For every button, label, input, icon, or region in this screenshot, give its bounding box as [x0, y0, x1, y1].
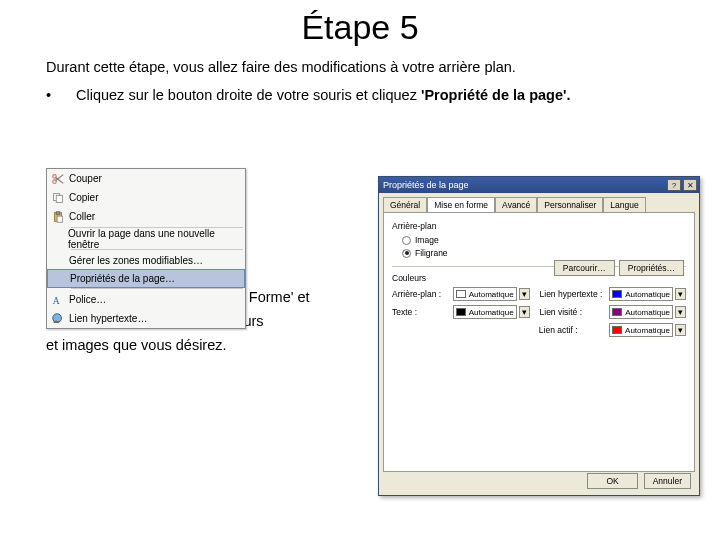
- ok-button[interactable]: OK: [587, 473, 637, 489]
- dialog-titlebar: Propriétés de la page ? ✕: [379, 177, 699, 193]
- hyper-color-picker[interactable]: Automatique: [609, 287, 673, 301]
- visited-color-label: Lien visité :: [540, 307, 610, 317]
- tab-format[interactable]: Mise en forme: [427, 197, 495, 212]
- ctx-manage[interactable]: Gérer les zones modifiables…: [47, 251, 245, 270]
- tab-general[interactable]: Général: [383, 197, 427, 212]
- context-menu: Couper Copier Coller Ouvrir la page dans…: [46, 168, 246, 329]
- page-properties-dialog: Propriétés de la page ? ✕ Général Mise e…: [378, 176, 700, 496]
- paste-icon: [47, 210, 69, 224]
- svg-text:A: A: [53, 294, 60, 305]
- hover-color-label: Lien actif :: [539, 325, 609, 335]
- tab-panel-format: Arrière-plan Image Filigrane Parcourir… …: [383, 212, 695, 472]
- ctx-open-label: Ouvrir la page dans une nouvelle fenêtre: [68, 228, 241, 250]
- tab-lang[interactable]: Langue: [603, 197, 645, 212]
- radio-image-row[interactable]: Image: [402, 235, 686, 245]
- bullet-dot: •: [46, 87, 76, 103]
- page-title: Étape 5: [0, 8, 720, 47]
- help-button[interactable]: ?: [667, 179, 681, 191]
- cancel-button[interactable]: Annuler: [644, 473, 691, 489]
- ctx-page-props[interactable]: Propriétés de la page…: [47, 269, 245, 288]
- ctx-paste[interactable]: Coller: [47, 207, 245, 226]
- globe-link-icon: [47, 312, 69, 326]
- radio-filigrane-row[interactable]: Filigrane: [402, 248, 686, 258]
- ctx-hyperlink[interactable]: Lien hypertexte…: [47, 309, 245, 328]
- radio-image-label: Image: [415, 235, 439, 245]
- bg-color-picker[interactable]: Automatique: [453, 287, 517, 301]
- background-group-label: Arrière-plan: [392, 221, 686, 231]
- chevron-down-icon[interactable]: ▾: [519, 288, 530, 300]
- bg-color-label: Arrière-plan :: [392, 289, 453, 299]
- bullet-1: • Cliquez sur le bouton droite de votre …: [46, 87, 674, 103]
- ctx-font[interactable]: A Police…: [47, 290, 245, 309]
- ctx-hyperlink-label: Lien hypertexte…: [69, 313, 147, 324]
- copy-icon: [47, 191, 69, 205]
- tab-custom[interactable]: Personnaliser: [537, 197, 603, 212]
- scissors-icon: [47, 172, 69, 186]
- font-icon: A: [47, 293, 69, 307]
- browse-button[interactable]: Parcourir…: [554, 260, 615, 276]
- chevron-down-icon[interactable]: ▾: [675, 288, 686, 300]
- chevron-down-icon[interactable]: ▾: [675, 324, 686, 336]
- ctx-copy[interactable]: Copier: [47, 188, 245, 207]
- tabs: Général Mise en forme Avancé Personnalis…: [379, 193, 699, 212]
- radio-filigrane-label: Filigrane: [415, 248, 448, 258]
- separator: [71, 288, 243, 289]
- dialog-title: Propriétés de la page: [383, 180, 469, 190]
- text-color-label: Texte :: [392, 307, 453, 317]
- radio-icon: [402, 249, 411, 258]
- visited-color-picker[interactable]: Automatique: [609, 305, 673, 319]
- properties-button[interactable]: Propriétés…: [619, 260, 684, 276]
- svg-rect-5: [56, 211, 60, 214]
- text-color-picker[interactable]: Automatique: [453, 305, 517, 319]
- intro-text: Durant cette étape, vous allez faire des…: [46, 59, 674, 75]
- ctx-paste-label: Coller: [69, 211, 95, 222]
- chevron-down-icon[interactable]: ▾: [519, 306, 530, 318]
- ctx-copy-label: Copier: [69, 192, 98, 203]
- ctx-manage-label: Gérer les zones modifiables…: [69, 255, 203, 266]
- bullet1-text: Cliquez sur le bouton droite de votre so…: [76, 87, 421, 103]
- bullet1-bold: 'Propriété de la page'.: [421, 87, 571, 103]
- tab-advanced[interactable]: Avancé: [495, 197, 537, 212]
- ctx-cut-label: Couper: [69, 173, 102, 184]
- ctx-page-props-label: Propriétés de la page…: [70, 273, 175, 284]
- svg-rect-6: [57, 216, 62, 222]
- ctx-open-new[interactable]: Ouvrir la page dans une nouvelle fenêtre: [47, 229, 245, 248]
- ctx-font-label: Police…: [69, 294, 106, 305]
- svg-rect-3: [56, 195, 62, 202]
- ctx-cut[interactable]: Couper: [47, 169, 245, 188]
- hyper-color-label: Lien hypertexte :: [540, 289, 610, 299]
- radio-icon: [402, 236, 411, 245]
- hover-color-picker[interactable]: Automatique: [609, 323, 673, 337]
- chevron-down-icon[interactable]: ▾: [675, 306, 686, 318]
- close-button[interactable]: ✕: [683, 179, 697, 191]
